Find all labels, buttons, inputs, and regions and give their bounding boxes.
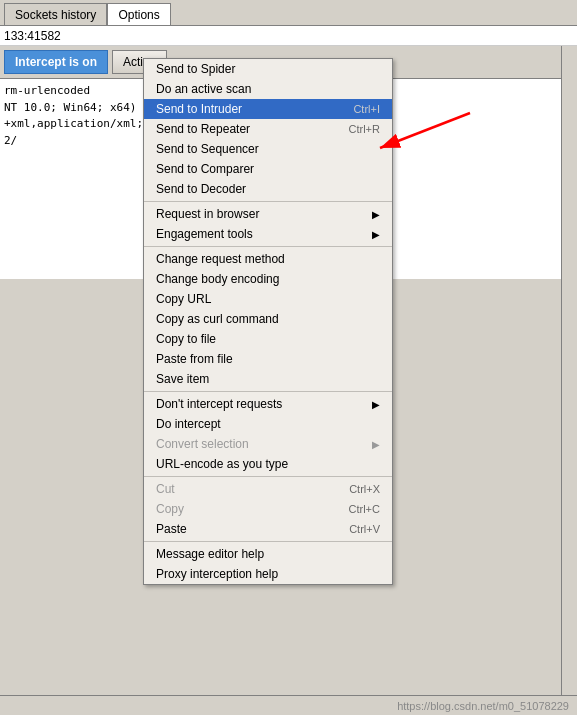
- menu-item-label-13: Copy to file: [156, 332, 216, 346]
- menu-item-13[interactable]: Copy to file: [144, 329, 392, 349]
- intercept-button[interactable]: Intercept is on: [4, 50, 108, 74]
- menu-item-label-5: Send to Comparer: [156, 162, 254, 176]
- menu-item-9[interactable]: Change request method: [144, 249, 392, 269]
- menu-item-label-12: Copy as curl command: [156, 312, 279, 326]
- menu-item-21: CopyCtrl+C: [144, 499, 392, 519]
- menu-item-23[interactable]: Message editor help: [144, 544, 392, 564]
- menu-item-label-17: Do intercept: [156, 417, 221, 431]
- menu-item-label-11: Copy URL: [156, 292, 211, 306]
- menu-item-label-8: Engagement tools: [156, 227, 253, 241]
- menu-item-label-24: Proxy interception help: [156, 567, 278, 581]
- menu-item-label-20: Cut: [156, 482, 175, 496]
- address-bar: 133:41582: [0, 26, 577, 46]
- status-bar: https://blog.csdn.net/m0_51078229: [0, 695, 577, 715]
- menu-item-shortcut-3: Ctrl+R: [349, 123, 380, 135]
- menu-item-arrow-8: ▶: [372, 229, 380, 240]
- menu-item-12[interactable]: Copy as curl command: [144, 309, 392, 329]
- menu-item-label-23: Message editor help: [156, 547, 264, 561]
- menu-item-label-22: Paste: [156, 522, 187, 536]
- menu-item-arrow-7: ▶: [372, 209, 380, 220]
- address-text: 133:41582: [4, 29, 61, 43]
- menu-item-label-14: Paste from file: [156, 352, 233, 366]
- tab-sockets-history[interactable]: Sockets history: [4, 3, 107, 25]
- menu-item-11[interactable]: Copy URL: [144, 289, 392, 309]
- menu-item-3[interactable]: Send to RepeaterCtrl+R: [144, 119, 392, 139]
- menu-separator-6: [144, 201, 392, 202]
- menu-item-label-0: Send to Spider: [156, 62, 235, 76]
- menu-item-label-10: Change body encoding: [156, 272, 279, 286]
- menu-item-shortcut-22: Ctrl+V: [349, 523, 380, 535]
- menu-item-17[interactable]: Do intercept: [144, 414, 392, 434]
- menu-item-label-19: URL-encode as you type: [156, 457, 288, 471]
- menu-item-arrow-18: ▶: [372, 439, 380, 450]
- menu-item-label-18: Convert selection: [156, 437, 249, 451]
- menu-item-label-21: Copy: [156, 502, 184, 516]
- menu-item-22[interactable]: PasteCtrl+V: [144, 519, 392, 539]
- menu-item-7[interactable]: Request in browser▶: [144, 204, 392, 224]
- menu-item-arrow-16: ▶: [372, 399, 380, 410]
- menu-item-8[interactable]: Engagement tools▶: [144, 224, 392, 244]
- menu-item-24[interactable]: Proxy interception help: [144, 564, 392, 584]
- context-menu: Send to SpiderDo an active scanSend to I…: [143, 58, 393, 585]
- menu-item-16[interactable]: Don't intercept requests▶: [144, 394, 392, 414]
- menu-item-5[interactable]: Send to Comparer: [144, 159, 392, 179]
- menu-item-18: Convert selection▶: [144, 434, 392, 454]
- menu-item-label-3: Send to Repeater: [156, 122, 250, 136]
- menu-item-label-1: Do an active scan: [156, 82, 251, 96]
- menu-item-14[interactable]: Paste from file: [144, 349, 392, 369]
- menu-item-label-16: Don't intercept requests: [156, 397, 282, 411]
- menu-item-shortcut-20: Ctrl+X: [349, 483, 380, 495]
- menu-separator-8: [144, 246, 392, 247]
- menu-item-label-15: Save item: [156, 372, 209, 386]
- menu-item-19[interactable]: URL-encode as you type: [144, 454, 392, 474]
- menu-item-15[interactable]: Save item: [144, 369, 392, 389]
- menu-item-10[interactable]: Change body encoding: [144, 269, 392, 289]
- tab-bar: Sockets history Options: [0, 0, 577, 26]
- menu-item-0[interactable]: Send to Spider: [144, 59, 392, 79]
- menu-item-4[interactable]: Send to Sequencer: [144, 139, 392, 159]
- menu-item-label-4: Send to Sequencer: [156, 142, 259, 156]
- menu-item-20: CutCtrl+X: [144, 479, 392, 499]
- menu-item-label-6: Send to Decoder: [156, 182, 246, 196]
- tab-sockets-history-label: Sockets history: [15, 8, 96, 22]
- menu-separator-15: [144, 391, 392, 392]
- scrollbar[interactable]: [561, 46, 577, 695]
- menu-separator-22: [144, 541, 392, 542]
- menu-item-label-2: Send to Intruder: [156, 102, 242, 116]
- menu-item-label-7: Request in browser: [156, 207, 259, 221]
- menu-item-2[interactable]: Send to IntruderCtrl+I: [144, 99, 392, 119]
- menu-item-6[interactable]: Send to Decoder: [144, 179, 392, 199]
- menu-item-1[interactable]: Do an active scan: [144, 79, 392, 99]
- tab-options-label: Options: [118, 8, 159, 22]
- menu-item-label-9: Change request method: [156, 252, 285, 266]
- status-url: https://blog.csdn.net/m0_51078229: [397, 700, 569, 712]
- menu-separator-19: [144, 476, 392, 477]
- menu-item-shortcut-21: Ctrl+C: [349, 503, 380, 515]
- tab-options[interactable]: Options: [107, 3, 170, 25]
- menu-item-shortcut-2: Ctrl+I: [353, 103, 380, 115]
